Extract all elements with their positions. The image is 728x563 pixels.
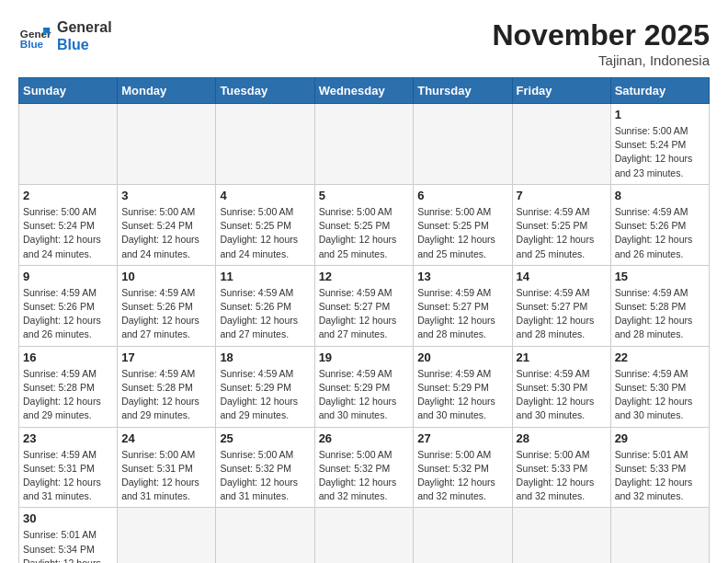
day-info: Sunrise: 5:00 AMSunset: 5:25 PMDaylight:… bbox=[220, 205, 310, 261]
empty-cell bbox=[216, 508, 314, 563]
title-block: November 2025 Tajinan, Indonesia bbox=[492, 18, 710, 68]
empty-cell bbox=[512, 508, 610, 563]
day-cell-13: 13Sunrise: 4:59 AMSunset: 5:27 PMDayligh… bbox=[414, 265, 512, 346]
day-cell-26: 26Sunrise: 5:00 AMSunset: 5:32 PMDayligh… bbox=[314, 427, 414, 508]
empty-cell bbox=[314, 508, 414, 563]
day-cell-25: 25Sunrise: 5:00 AMSunset: 5:32 PMDayligh… bbox=[216, 427, 314, 508]
calendar-table: SundayMondayTuesdayWednesdayThursdayFrid… bbox=[18, 77, 710, 563]
day-number: 27 bbox=[417, 431, 507, 445]
day-number: 18 bbox=[220, 350, 310, 364]
day-header-sunday: Sunday bbox=[19, 78, 118, 104]
day-info: Sunrise: 4:59 AMSunset: 5:29 PMDaylight:… bbox=[220, 367, 310, 423]
day-info: Sunrise: 5:00 AMSunset: 5:33 PMDaylight:… bbox=[517, 448, 607, 504]
day-info: Sunrise: 4:59 AMSunset: 5:27 PMDaylight:… bbox=[517, 286, 607, 342]
day-info: Sunrise: 5:00 AMSunset: 5:25 PMDaylight:… bbox=[319, 205, 410, 261]
day-info: Sunrise: 4:59 AMSunset: 5:28 PMDaylight:… bbox=[121, 367, 211, 423]
day-info: Sunrise: 4:59 AMSunset: 5:29 PMDaylight:… bbox=[319, 367, 410, 423]
day-number: 16 bbox=[23, 350, 113, 364]
day-info: Sunrise: 5:00 AMSunset: 5:32 PMDaylight:… bbox=[417, 448, 507, 504]
day-info: Sunrise: 5:00 AMSunset: 5:32 PMDaylight:… bbox=[220, 448, 310, 504]
page-header: General Blue General Blue November 2025 … bbox=[18, 18, 710, 68]
day-cell-9: 9Sunrise: 4:59 AMSunset: 5:26 PMDaylight… bbox=[19, 265, 118, 346]
day-info: Sunrise: 4:59 AMSunset: 5:26 PMDaylight:… bbox=[121, 286, 211, 342]
day-cell-4: 4Sunrise: 5:00 AMSunset: 5:25 PMDaylight… bbox=[216, 184, 314, 265]
day-number: 20 bbox=[417, 350, 507, 364]
day-number: 13 bbox=[417, 270, 507, 283]
day-cell-16: 16Sunrise: 4:59 AMSunset: 5:28 PMDayligh… bbox=[19, 346, 118, 427]
day-number: 17 bbox=[121, 350, 211, 364]
day-number: 15 bbox=[615, 270, 705, 283]
day-header-wednesday: Wednesday bbox=[314, 78, 414, 104]
day-number: 30 bbox=[23, 511, 113, 525]
day-cell-1: 1Sunrise: 5:00 AMSunset: 5:24 PMDaylight… bbox=[610, 104, 709, 185]
day-cell-18: 18Sunrise: 4:59 AMSunset: 5:29 PMDayligh… bbox=[216, 346, 314, 427]
day-info: Sunrise: 5:00 AMSunset: 5:25 PMDaylight:… bbox=[417, 205, 507, 261]
day-info: Sunrise: 4:59 AMSunset: 5:30 PMDaylight:… bbox=[517, 367, 607, 423]
day-number: 9 bbox=[23, 270, 113, 283]
day-info: Sunrise: 5:00 AMSunset: 5:24 PMDaylight:… bbox=[23, 205, 113, 261]
calendar-header: SundayMondayTuesdayWednesdayThursdayFrid… bbox=[19, 78, 710, 104]
day-cell-8: 8Sunrise: 4:59 AMSunset: 5:26 PMDaylight… bbox=[610, 184, 709, 265]
day-number: 28 bbox=[517, 431, 607, 445]
day-info: Sunrise: 4:59 AMSunset: 5:26 PMDaylight:… bbox=[615, 205, 705, 261]
day-header-monday: Monday bbox=[118, 78, 216, 104]
empty-cell bbox=[414, 508, 512, 563]
day-info: Sunrise: 4:59 AMSunset: 5:30 PMDaylight:… bbox=[615, 367, 705, 423]
empty-cell bbox=[118, 104, 216, 185]
day-cell-20: 20Sunrise: 4:59 AMSunset: 5:29 PMDayligh… bbox=[414, 346, 512, 427]
day-info: Sunrise: 5:01 AMSunset: 5:34 PMDaylight:… bbox=[23, 528, 113, 563]
logo: General Blue General Blue bbox=[18, 18, 112, 53]
day-info: Sunrise: 5:00 AMSunset: 5:24 PMDaylight:… bbox=[615, 124, 705, 180]
day-cell-2: 2Sunrise: 5:00 AMSunset: 5:24 PMDaylight… bbox=[19, 184, 118, 265]
day-cell-24: 24Sunrise: 5:00 AMSunset: 5:31 PMDayligh… bbox=[118, 427, 216, 508]
day-info: Sunrise: 4:59 AMSunset: 5:29 PMDaylight:… bbox=[417, 367, 507, 423]
empty-cell bbox=[19, 104, 118, 185]
empty-cell bbox=[512, 104, 610, 185]
day-number: 8 bbox=[615, 189, 705, 202]
day-info: Sunrise: 5:00 AMSunset: 5:31 PMDaylight:… bbox=[121, 448, 211, 504]
day-number: 25 bbox=[220, 431, 310, 445]
day-cell-30: 30Sunrise: 5:01 AMSunset: 5:34 PMDayligh… bbox=[19, 508, 118, 563]
day-number: 22 bbox=[615, 350, 705, 364]
day-cell-14: 14Sunrise: 4:59 AMSunset: 5:27 PMDayligh… bbox=[512, 265, 610, 346]
day-header-saturday: Saturday bbox=[610, 78, 709, 104]
day-info: Sunrise: 4:59 AMSunset: 5:26 PMDaylight:… bbox=[220, 286, 310, 342]
day-number: 21 bbox=[517, 350, 607, 364]
day-header-tuesday: Tuesday bbox=[216, 78, 314, 104]
day-info: Sunrise: 4:59 AMSunset: 5:27 PMDaylight:… bbox=[319, 286, 410, 342]
day-number: 29 bbox=[615, 431, 705, 445]
day-number: 26 bbox=[319, 431, 410, 445]
month-title: November 2025 bbox=[492, 18, 710, 52]
day-cell-17: 17Sunrise: 4:59 AMSunset: 5:28 PMDayligh… bbox=[118, 346, 216, 427]
day-cell-23: 23Sunrise: 4:59 AMSunset: 5:31 PMDayligh… bbox=[19, 427, 118, 508]
day-cell-21: 21Sunrise: 4:59 AMSunset: 5:30 PMDayligh… bbox=[512, 346, 610, 427]
day-number: 3 bbox=[121, 189, 211, 202]
empty-cell bbox=[314, 104, 414, 185]
day-info: Sunrise: 5:01 AMSunset: 5:33 PMDaylight:… bbox=[615, 448, 705, 504]
day-number: 7 bbox=[517, 189, 607, 202]
day-cell-6: 6Sunrise: 5:00 AMSunset: 5:25 PMDaylight… bbox=[414, 184, 512, 265]
location: Tajinan, Indonesia bbox=[492, 52, 710, 68]
svg-text:Blue: Blue bbox=[20, 38, 44, 50]
day-number: 12 bbox=[319, 270, 410, 283]
empty-cell bbox=[118, 508, 216, 563]
day-number: 2 bbox=[23, 189, 113, 202]
empty-cell bbox=[414, 104, 512, 185]
day-cell-22: 22Sunrise: 4:59 AMSunset: 5:30 PMDayligh… bbox=[610, 346, 709, 427]
day-cell-27: 27Sunrise: 5:00 AMSunset: 5:32 PMDayligh… bbox=[414, 427, 512, 508]
day-cell-7: 7Sunrise: 4:59 AMSunset: 5:25 PMDaylight… bbox=[512, 184, 610, 265]
empty-cell bbox=[610, 508, 709, 563]
day-info: Sunrise: 4:59 AMSunset: 5:25 PMDaylight:… bbox=[517, 205, 607, 261]
day-cell-15: 15Sunrise: 4:59 AMSunset: 5:28 PMDayligh… bbox=[610, 265, 709, 346]
day-info: Sunrise: 4:59 AMSunset: 5:28 PMDaylight:… bbox=[23, 367, 113, 423]
day-number: 11 bbox=[220, 270, 310, 283]
day-cell-19: 19Sunrise: 4:59 AMSunset: 5:29 PMDayligh… bbox=[314, 346, 414, 427]
day-cell-12: 12Sunrise: 4:59 AMSunset: 5:27 PMDayligh… bbox=[314, 265, 414, 346]
day-number: 6 bbox=[417, 189, 507, 202]
day-info: Sunrise: 5:00 AMSunset: 5:32 PMDaylight:… bbox=[319, 448, 410, 504]
day-number: 10 bbox=[121, 270, 211, 283]
day-header-friday: Friday bbox=[512, 78, 610, 104]
empty-cell bbox=[216, 104, 314, 185]
day-cell-29: 29Sunrise: 5:01 AMSunset: 5:33 PMDayligh… bbox=[610, 427, 709, 508]
logo-icon: General Blue bbox=[18, 19, 51, 52]
